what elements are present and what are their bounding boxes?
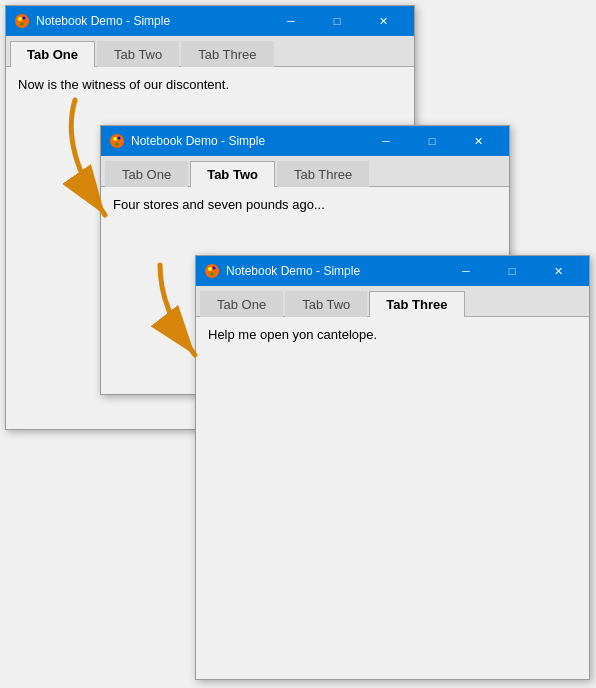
svg-point-10 xyxy=(213,267,216,270)
window-title-1: Notebook Demo - Simple xyxy=(36,14,268,28)
window-3[interactable]: Notebook Demo - Simple ─ □ ✕ Tab One Tab… xyxy=(195,255,590,680)
maximize-btn-1[interactable]: □ xyxy=(314,6,360,36)
close-btn-1[interactable]: ✕ xyxy=(360,6,406,36)
tabbar-2: Tab One Tab Two Tab Three xyxy=(101,156,509,187)
app-icon-3 xyxy=(204,263,220,279)
titlebar-1: Notebook Demo - Simple ─ □ ✕ xyxy=(6,6,414,36)
content-1: Now is the witness of our discontent. xyxy=(6,67,414,107)
tab-2-two[interactable]: Tab Two xyxy=(190,161,275,187)
titlebar-2: Notebook Demo - Simple ─ □ ✕ xyxy=(101,126,509,156)
minimize-btn-2[interactable]: ─ xyxy=(363,126,409,156)
tab-3-two[interactable]: Tab Two xyxy=(285,291,367,317)
svg-point-0 xyxy=(15,14,29,28)
window-controls-3: ─ □ ✕ xyxy=(443,256,581,286)
tab-2-three[interactable]: Tab Three xyxy=(277,161,369,187)
tab-1-one[interactable]: Tab One xyxy=(10,41,95,67)
app-icon-2 xyxy=(109,133,125,149)
svg-point-8 xyxy=(205,264,219,278)
window-title-3: Notebook Demo - Simple xyxy=(226,264,443,278)
content-2: Four stores and seven pounds ago... xyxy=(101,187,509,227)
tab-3-three[interactable]: Tab Three xyxy=(369,291,464,317)
app-icon xyxy=(14,13,30,29)
tabbar-3: Tab One Tab Two Tab Three xyxy=(196,286,589,317)
tab-3-one[interactable]: Tab One xyxy=(200,291,283,317)
window-title-2: Notebook Demo - Simple xyxy=(131,134,363,148)
tab-1-three[interactable]: Tab Three xyxy=(181,41,273,67)
content-text-2: Four stores and seven pounds ago... xyxy=(113,197,497,212)
content-text-3: Help me open yon cantelope. xyxy=(208,327,577,342)
svg-point-7 xyxy=(116,143,119,146)
window-controls-2: ─ □ ✕ xyxy=(363,126,501,156)
window-controls-1: ─ □ ✕ xyxy=(268,6,406,36)
tabbar-1: Tab One Tab Two Tab Three xyxy=(6,36,414,67)
svg-point-3 xyxy=(21,23,24,26)
svg-point-5 xyxy=(113,137,117,141)
minimize-btn-3[interactable]: ─ xyxy=(443,256,489,286)
close-btn-2[interactable]: ✕ xyxy=(455,126,501,156)
close-btn-3[interactable]: ✕ xyxy=(535,256,581,286)
svg-point-9 xyxy=(208,267,212,271)
maximize-btn-3[interactable]: □ xyxy=(489,256,535,286)
svg-point-6 xyxy=(118,137,121,140)
content-3: Help me open yon cantelope. xyxy=(196,317,589,357)
svg-point-2 xyxy=(23,17,26,20)
tab-2-one[interactable]: Tab One xyxy=(105,161,188,187)
titlebar-3: Notebook Demo - Simple ─ □ ✕ xyxy=(196,256,589,286)
svg-point-1 xyxy=(18,17,22,21)
maximize-btn-2[interactable]: □ xyxy=(409,126,455,156)
minimize-btn-1[interactable]: ─ xyxy=(268,6,314,36)
content-text-1: Now is the witness of our discontent. xyxy=(18,77,402,92)
svg-point-11 xyxy=(211,273,214,276)
tab-1-two[interactable]: Tab Two xyxy=(97,41,179,67)
svg-point-4 xyxy=(110,134,124,148)
